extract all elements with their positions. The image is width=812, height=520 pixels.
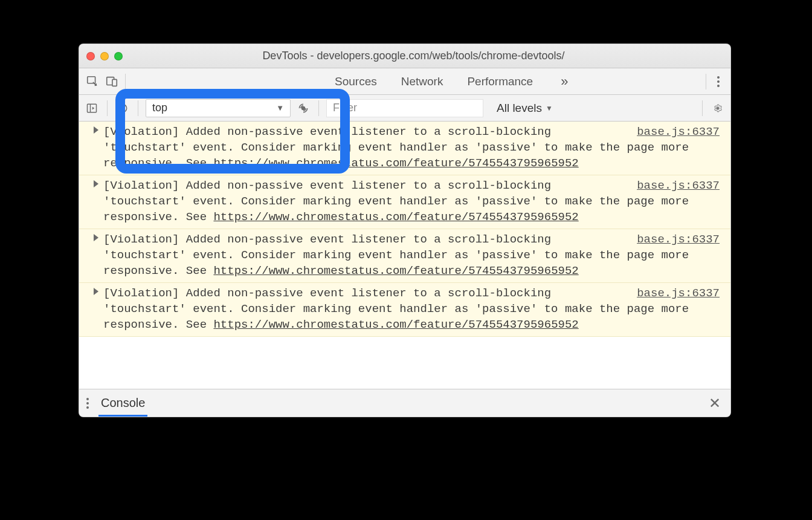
expand-triangle-icon[interactable] xyxy=(94,288,98,295)
traffic-lights xyxy=(86,52,123,60)
close-drawer-icon[interactable]: ✕ xyxy=(705,395,724,412)
device-toggle-icon[interactable] xyxy=(103,73,120,90)
window-title: DevTools - developers.google.com/web/too… xyxy=(128,50,723,62)
drawer: Console ✕ xyxy=(79,389,730,417)
expand-triangle-icon[interactable] xyxy=(94,234,98,241)
tab-network[interactable]: Network xyxy=(400,69,445,94)
chevron-down-icon: ▼ xyxy=(276,103,284,112)
console-settings-icon[interactable] xyxy=(710,100,726,116)
message-link[interactable]: https://www.chromestatus.com/feature/574… xyxy=(213,157,578,170)
message-link[interactable]: https://www.chromestatus.com/feature/574… xyxy=(213,318,578,331)
separator xyxy=(702,100,703,116)
source-link[interactable]: base.js:6337 xyxy=(637,124,720,140)
inspect-element-icon[interactable] xyxy=(84,73,101,90)
live-expression-icon[interactable] xyxy=(295,100,311,116)
main-menu-icon[interactable] xyxy=(711,76,726,87)
devtools-window: DevTools - developers.google.com/web/too… xyxy=(79,44,731,417)
drawer-menu-icon[interactable] xyxy=(85,398,95,409)
svg-line-7 xyxy=(120,105,125,111)
console-message[interactable]: base.js:6337 [Violation] Added non-passi… xyxy=(79,175,730,229)
console-toolbar: top ▼ Filter All levels ▼ xyxy=(79,95,730,122)
message-link[interactable]: https://www.chromestatus.com/feature/574… xyxy=(213,264,578,278)
source-link[interactable]: base.js:6337 xyxy=(637,285,720,301)
separator xyxy=(318,100,319,116)
source-link[interactable]: base.js:6337 xyxy=(637,232,720,247)
separator xyxy=(107,100,108,116)
console-message[interactable]: base.js:6337 [Violation] Added non-passi… xyxy=(79,122,730,175)
separator xyxy=(706,74,706,89)
message-link[interactable]: https://www.chromestatus.com/feature/574… xyxy=(213,210,578,224)
console-message[interactable]: base.js:6337 [Violation] Added non-passi… xyxy=(79,229,730,283)
execution-context-selector[interactable]: top ▼ xyxy=(146,99,291,117)
svg-rect-3 xyxy=(88,104,97,112)
execution-context-label: top xyxy=(152,102,167,114)
separator xyxy=(125,74,126,89)
console-message[interactable]: base.js:6337 [Violation] Added non-passi… xyxy=(79,283,730,337)
filter-input[interactable]: Filter xyxy=(326,99,483,117)
log-levels-selector[interactable]: All levels ▼ xyxy=(497,102,553,115)
svg-rect-0 xyxy=(88,76,95,83)
separator xyxy=(138,100,138,116)
source-link[interactable]: base.js:6337 xyxy=(637,178,720,193)
panel-tabs: Sources Network Performance » xyxy=(324,69,573,94)
svg-marker-5 xyxy=(92,106,94,109)
minimize-window-button[interactable] xyxy=(100,52,109,60)
close-window-button[interactable] xyxy=(86,52,95,60)
tab-sources[interactable]: Sources xyxy=(334,69,378,94)
tab-performance[interactable]: Performance xyxy=(466,69,534,94)
svg-point-9 xyxy=(717,107,719,109)
clear-console-icon[interactable] xyxy=(115,100,130,116)
console-messages: base.js:6337 [Violation] Added non-passi… xyxy=(79,122,730,389)
more-tabs-icon[interactable]: » xyxy=(556,74,573,89)
svg-rect-2 xyxy=(112,79,117,86)
main-tab-bar: Sources Network Performance » xyxy=(79,68,730,95)
drawer-tab-console[interactable]: Console xyxy=(98,390,147,417)
toggle-console-sidebar-icon[interactable] xyxy=(84,100,100,116)
filter-placeholder: Filter xyxy=(333,102,357,114)
chevron-down-icon: ▼ xyxy=(546,104,553,112)
expand-triangle-icon[interactable] xyxy=(94,180,98,187)
zoom-window-button[interactable] xyxy=(114,52,123,60)
log-levels-label: All levels xyxy=(497,102,542,115)
svg-point-8 xyxy=(302,106,305,109)
expand-triangle-icon[interactable] xyxy=(94,126,98,134)
window-titlebar: DevTools - developers.google.com/web/too… xyxy=(79,44,730,68)
